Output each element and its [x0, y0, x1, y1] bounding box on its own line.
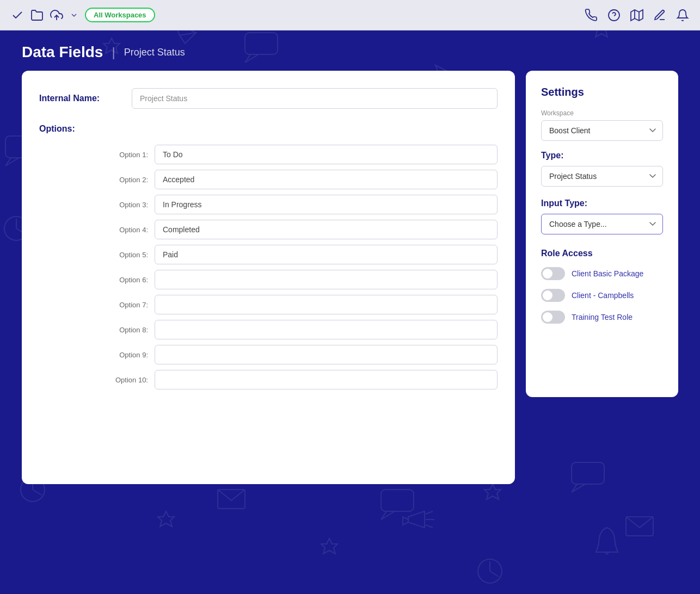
svg-rect-33: [626, 517, 653, 536]
role-row-2: Training Test Role: [541, 311, 663, 324]
role-toggle-2[interactable]: [541, 311, 565, 324]
edit-icon[interactable]: [653, 9, 666, 22]
navbar: All Workspaces: [0, 0, 700, 30]
role-row-0: Client Basic Package: [541, 267, 663, 280]
svg-marker-17: [381, 511, 395, 519]
navbar-left: All Workspaces: [11, 8, 155, 22]
input-type-select[interactable]: Choose a Type...: [541, 214, 663, 234]
option-input-6[interactable]: [155, 270, 498, 289]
option-label-9: Option 9:: [105, 351, 148, 359]
settings-title: Settings: [541, 86, 663, 98]
svg-marker-6: [158, 511, 174, 527]
option-row: Option 8:: [105, 320, 498, 339]
left-panel: Internal Name: Options: Option 1:Option …: [22, 71, 515, 484]
main-content: Internal Name: Options: Option 1:Option …: [0, 71, 700, 484]
option-input-4[interactable]: [155, 220, 498, 239]
option-label-8: Option 8:: [105, 326, 148, 334]
option-label-7: Option 7:: [105, 301, 148, 309]
roles-container: Client Basic PackageClient - CampbellsTr…: [541, 267, 663, 324]
role-name-2: Training Test Role: [572, 313, 633, 321]
svg-line-31: [490, 571, 499, 577]
chevron-down-icon[interactable]: [70, 11, 78, 20]
role-name-0: Client Basic Package: [572, 269, 643, 278]
option-row: Option 5:: [105, 245, 498, 264]
folder-icon[interactable]: [30, 9, 44, 22]
internal-name-row: Internal Name:: [39, 88, 498, 109]
page-header: Data Fields | Project Status: [0, 30, 700, 71]
map-icon[interactable]: [630, 9, 643, 22]
option-label-1: Option 1:: [105, 151, 148, 159]
option-label-3: Option 3:: [105, 201, 148, 209]
svg-point-39: [609, 10, 619, 21]
option-input-8[interactable]: [155, 320, 498, 339]
workspace-select[interactable]: Boost Client: [541, 120, 663, 141]
role-access-title: Role Access: [541, 249, 663, 258]
type-label: Type:: [541, 151, 663, 160]
svg-marker-41: [631, 10, 643, 21]
option-row: Option 1:: [105, 145, 498, 164]
internal-name-label: Internal Name:: [39, 94, 121, 103]
settings-panel: Settings Workspace Boost Client Type: Pr…: [526, 71, 678, 397]
role-name-1: Client - Campbells: [572, 291, 634, 300]
option-row: Option 10:: [105, 370, 498, 389]
page-subtitle: Project Status: [124, 47, 185, 58]
option-row: Option 2:: [105, 170, 498, 189]
option-row: Option 3:: [105, 195, 498, 214]
header-divider: |: [112, 45, 115, 60]
upload-icon[interactable]: [50, 9, 63, 22]
svg-rect-32: [218, 490, 245, 509]
svg-rect-16: [381, 490, 414, 511]
option-input-2[interactable]: [155, 170, 498, 189]
workspace-button[interactable]: All Workspaces: [85, 8, 155, 22]
option-input-3[interactable]: [155, 195, 498, 214]
input-type-label: Input Type:: [541, 199, 663, 208]
option-input-5[interactable]: [155, 245, 498, 264]
role-toggle-0[interactable]: [541, 267, 565, 280]
navbar-right: [585, 9, 689, 22]
option-input-9[interactable]: [155, 345, 498, 364]
type-select[interactable]: Project Status: [541, 166, 663, 187]
option-label-10: Option 10:: [105, 376, 148, 384]
role-toggle-1[interactable]: [541, 289, 565, 302]
svg-marker-7: [321, 539, 337, 554]
svg-marker-4: [484, 484, 501, 499]
svg-marker-19: [572, 484, 585, 492]
option-label-6: Option 6:: [105, 276, 148, 284]
workspace-label: Workspace: [541, 109, 663, 117]
page-title: Data Fields: [22, 44, 103, 61]
option-label-5: Option 5:: [105, 251, 148, 259]
option-input-10[interactable]: [155, 370, 498, 389]
svg-line-36: [426, 525, 433, 528]
internal-name-input[interactable]: [132, 88, 498, 109]
svg-line-34: [426, 511, 433, 514]
option-input-1[interactable]: [155, 145, 498, 164]
option-label-4: Option 4:: [105, 226, 148, 234]
option-row: Option 6:: [105, 270, 498, 289]
option-row: Option 7:: [105, 295, 498, 314]
option-row: Option 4:: [105, 220, 498, 239]
svg-line-28: [33, 490, 41, 495]
options-grid: Option 1:Option 2:Option 3:Option 4:Opti…: [39, 145, 498, 389]
options-label: Options:: [39, 124, 498, 134]
check-icon[interactable]: [11, 9, 24, 22]
option-label-2: Option 2:: [105, 176, 148, 184]
help-icon[interactable]: [607, 9, 621, 22]
phone-icon[interactable]: [585, 9, 598, 22]
option-row: Option 9:: [105, 345, 498, 364]
bell-icon[interactable]: [676, 9, 689, 22]
svg-point-29: [478, 559, 502, 583]
role-row-1: Client - Campbells: [541, 289, 663, 302]
option-input-7[interactable]: [155, 295, 498, 314]
